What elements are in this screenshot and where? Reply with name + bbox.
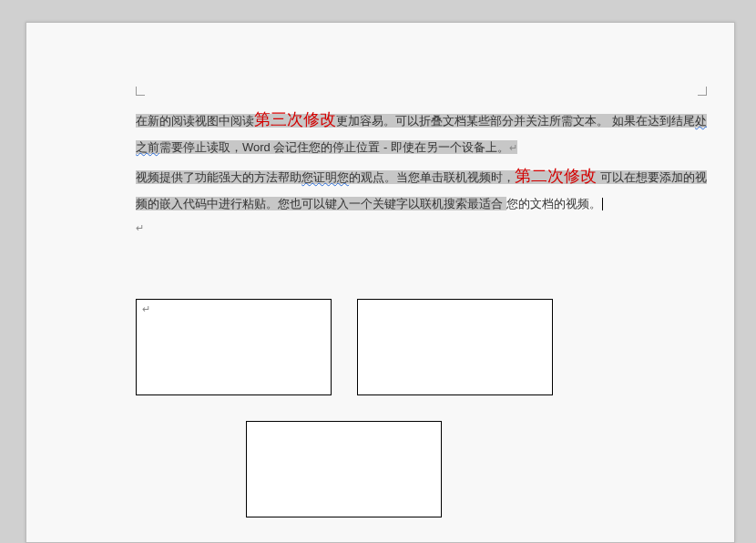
- text-box-content: [247, 422, 441, 429]
- document-body[interactable]: 在新的阅读视图中阅读第三次修改更加容易。可以折叠文档某些部分并关注所需文本。 如…: [136, 103, 707, 240]
- text-segment[interactable]: 您的文档的视频。: [506, 197, 601, 210]
- text-box-2[interactable]: [357, 299, 553, 395]
- text-box-3[interactable]: [246, 421, 442, 517]
- paragraph-mark: ↵: [136, 222, 144, 233]
- document-page: 在新的阅读视图中阅读第三次修改更加容易。可以折叠文档某些部分并关注所需文本。 如…: [26, 22, 735, 543]
- text-box-content: [358, 300, 552, 307]
- page-margin-marks: [136, 87, 707, 96]
- paragraph-mark: ↵: [137, 300, 331, 319]
- tracked-change-1[interactable]: 第三次修改: [254, 110, 336, 128]
- margin-corner-left: [136, 87, 145, 96]
- tracked-change-2[interactable]: 第二次修改: [515, 167, 597, 185]
- body-text[interactable]: 在新的阅读视图中阅读第三次修改更加容易。可以折叠文档某些部分并关注所需文本。 如…: [136, 114, 707, 210]
- proofing-mark[interactable]: 您证明您: [301, 170, 349, 184]
- text-segment[interactable]: 在新的阅读视图中阅读: [136, 114, 254, 128]
- text-cursor: [602, 198, 603, 210]
- paragraph-block[interactable]: 在新的阅读视图中阅读第三次修改更加容易。可以折叠文档某些部分并关注所需文本。 如…: [136, 103, 707, 240]
- text-segment[interactable]: 的观点。当您单击联机视频时，: [349, 170, 515, 184]
- text-segment[interactable]: 如果在达到结尾: [612, 114, 695, 128]
- text-segment[interactable]: 视频提供了功能强大的方法帮助: [136, 170, 301, 184]
- text-segment[interactable]: 需要停止读取，Word 会记住您的停止位置 - 即使在另一个设备上。: [159, 140, 509, 154]
- paragraph-mark: ↵: [509, 142, 517, 153]
- text-segment[interactable]: 更加容易。可以折叠文档某些部分并关注所需文本。: [336, 114, 608, 128]
- text-box-1[interactable]: ↵: [136, 299, 332, 395]
- margin-corner-right: [698, 87, 707, 96]
